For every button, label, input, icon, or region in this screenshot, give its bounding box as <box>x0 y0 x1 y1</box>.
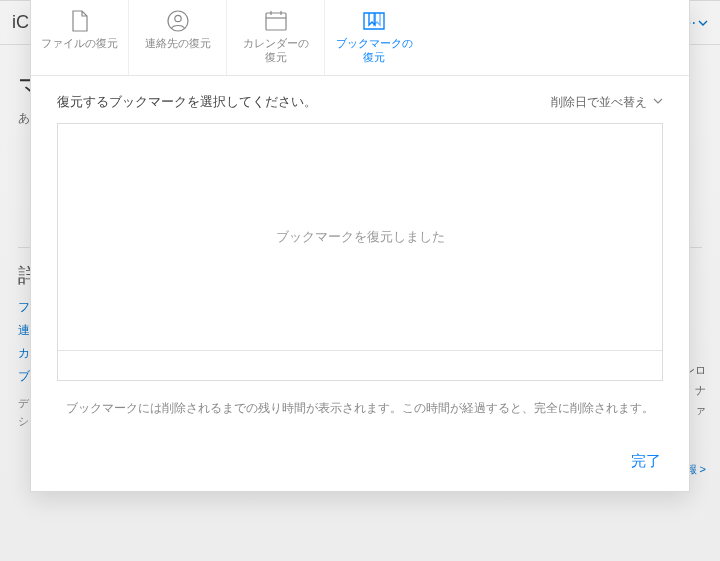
bookmark-archive-list: ブックマークを復元しました <box>57 123 663 381</box>
modal-body: 復元するブックマークを選択してください。 削除日で並べ替え ブックマークを復元し… <box>31 76 689 436</box>
modal-body-header: 復元するブックマークを選択してください。 削除日で並べ替え <box>57 94 663 111</box>
restore-tabs: ファイルの復元 連絡先の復元 カレンダーの 復元 ブックマークの 復元 <box>31 0 689 76</box>
chevron-down-icon <box>653 95 663 109</box>
sort-label: 削除日で並べ替え <box>551 94 647 111</box>
instruction-text: 復元するブックマークを選択してください。 <box>57 94 317 111</box>
empty-state: ブックマークを復元しました <box>58 124 662 350</box>
modal-footer: 完了 <box>31 436 689 491</box>
tab-restore-calendar[interactable]: カレンダーの 復元 <box>227 0 325 75</box>
tab-restore-bookmarks[interactable]: ブックマークの 復元 <box>325 0 423 75</box>
modal-overlay: ファイルの復元 連絡先の復元 カレンダーの 復元 ブックマークの 復元 <box>0 0 720 561</box>
done-button[interactable]: 完了 <box>621 446 671 477</box>
tab-label: ファイルの復元 <box>41 36 118 50</box>
svg-point-1 <box>174 15 180 21</box>
svg-point-0 <box>168 11 188 31</box>
deletion-hint: ブックマークには削除されるまでの残り時間が表示されます。この時間が経過すると、完… <box>57 381 663 428</box>
restore-modal: ファイルの復元 連絡先の復元 カレンダーの 復元 ブックマークの 復元 <box>30 0 690 492</box>
file-icon <box>66 10 94 32</box>
bookmark-icon <box>360 10 388 32</box>
empty-state-message: ブックマークを復元しました <box>276 228 445 246</box>
tab-label: カレンダーの 復元 <box>243 36 309 65</box>
sort-dropdown[interactable]: 削除日で並べ替え <box>551 94 663 111</box>
svg-rect-2 <box>266 13 286 30</box>
tab-restore-files[interactable]: ファイルの復元 <box>31 0 129 75</box>
tab-label: ブックマークの 復元 <box>336 36 413 65</box>
tab-restore-contacts[interactable]: 連絡先の復元 <box>129 0 227 75</box>
calendar-icon <box>262 10 290 32</box>
list-footer-row <box>58 350 662 380</box>
contact-icon <box>164 10 192 32</box>
tab-label: 連絡先の復元 <box>145 36 211 50</box>
